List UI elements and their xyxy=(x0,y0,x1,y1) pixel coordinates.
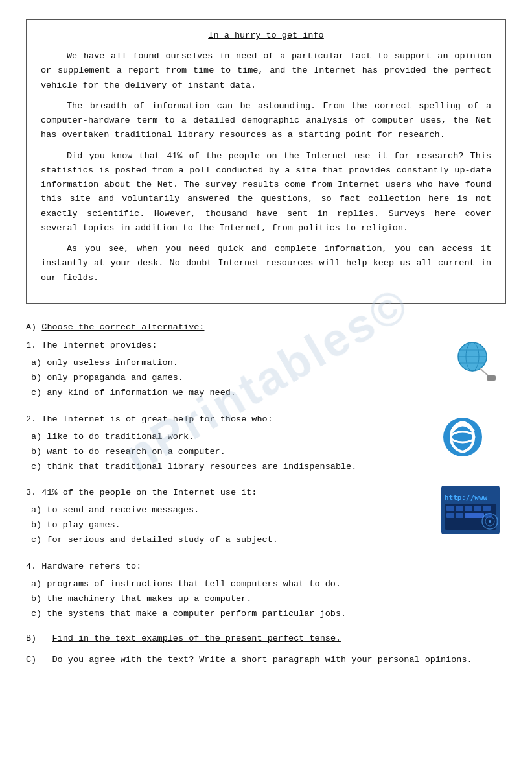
section-b: B) Find in the text examples of the pres… xyxy=(26,634,506,643)
section-c-label: C) xyxy=(26,655,36,665)
paragraph-2: The breadth of information can be astoun… xyxy=(41,99,491,143)
q2-option-a: a) like to do traditional work. xyxy=(31,430,506,445)
question-4: 4. Hardware refers to: a) programs of in… xyxy=(26,560,506,622)
question-3-container: http://www 3. 41% of the xyxy=(26,486,506,548)
paragraph-3: Did you know that 41% of the people on t… xyxy=(41,149,491,236)
q1-question: The Internet provides: xyxy=(41,340,157,350)
q3-question: 41% of the people on the Internet use it… xyxy=(41,488,257,497)
section-b-text: Find in the text examples of the present… xyxy=(52,634,341,643)
reading-body: We have all found ourselves in need of a… xyxy=(41,49,491,285)
q4-number: 4. xyxy=(26,562,36,571)
question-3-text: 3. 41% of the people on the Internet use… xyxy=(26,486,506,501)
question-3: 3. 41% of the people on the Internet use… xyxy=(26,486,506,548)
section-a-title: A) Choose the correct alternative: xyxy=(26,322,506,332)
section-c: C) Do you agree with the text? Write a s… xyxy=(26,655,506,665)
section-b-label: B) xyxy=(26,634,36,643)
reading-title: In a hurry to get info xyxy=(41,30,491,40)
q1-option-a: a) only useless information. xyxy=(31,356,506,371)
q3-option-b: b) to play games. xyxy=(31,518,506,533)
q1-option-b: b) only propaganda and games. xyxy=(31,371,506,386)
reading-title-text: In a hurry to get info xyxy=(208,30,323,40)
question-2-container: 2. The Internet is of great help for tho… xyxy=(26,412,506,475)
paragraph-4: As you see, when you need quick and comp… xyxy=(41,242,491,285)
question-2: 2. The Internet is of great help for tho… xyxy=(26,412,506,475)
question-2-text: 2. The Internet is of great help for tho… xyxy=(26,412,506,427)
q2-option-c: c) think that traditional library resour… xyxy=(31,460,506,475)
question-4-text: 4. Hardware refers to: xyxy=(26,560,506,574)
question-1: 1. The Internet provides: a) only useles… xyxy=(26,338,506,401)
section-a: A) Choose the correct alternative: 1. Th… xyxy=(26,322,506,622)
section-a-title-text: Choose the correct alternative: xyxy=(41,322,204,332)
q3-number: 3. xyxy=(26,488,36,497)
section-a-label: A) xyxy=(26,322,36,332)
section-c-text: Do you agree with the text? Write a shor… xyxy=(52,655,472,665)
q4-option-a: a) programs of instructions that tell co… xyxy=(31,577,506,592)
question-1-text: 1. The Internet provides: xyxy=(26,338,506,353)
q4-question: Hardware refers to: xyxy=(41,562,141,571)
q4-option-b: b) the machinery that makes up a compute… xyxy=(31,592,506,607)
q4-option-c: c) the systems that make a computer perf… xyxy=(31,607,506,622)
question-1-container: 1. The Internet provides: a) only useles… xyxy=(26,338,506,401)
q3-option-c: c) for serious and detailed study of a s… xyxy=(31,533,506,548)
q2-option-b: b) want to do research on a computer. xyxy=(31,445,506,460)
paragraph-1: We have all found ourselves in need of a… xyxy=(41,49,491,93)
q1-number: 1. xyxy=(26,340,36,350)
reading-box: In a hurry to get info We have all found… xyxy=(26,19,506,304)
q1-option-c: c) any kind of information we may need. xyxy=(31,386,506,401)
q3-option-a: a) to send and receive messages. xyxy=(31,503,506,518)
q2-question: The Internet is of great help for those … xyxy=(41,414,272,424)
q2-number: 2. xyxy=(26,414,36,424)
